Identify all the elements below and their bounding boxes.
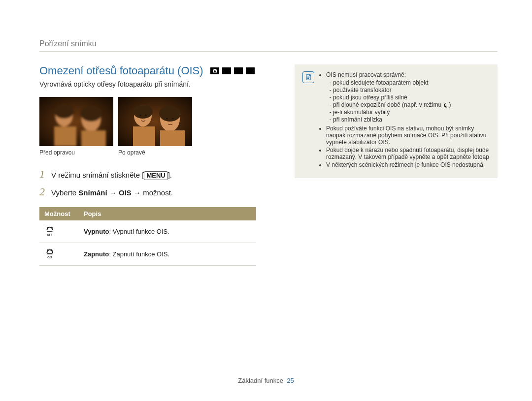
camera-icon (210, 67, 219, 74)
svg-point-13 (159, 106, 181, 122)
note-item: Pokud požíváte funkci OIS na stativu, mo… (326, 125, 490, 146)
svg-rect-20 (47, 253, 53, 254)
svg-point-15 (145, 115, 147, 116)
note-item: OIS nemusí pracovat správně: (326, 71, 406, 78)
photo-before (39, 97, 113, 146)
svg-point-17 (172, 118, 174, 120)
svg-point-16 (166, 118, 168, 120)
svg-rect-4 (81, 130, 106, 146)
note-item: V některých scénických režimech je funkc… (326, 161, 490, 168)
note-sub-item: používáte transfokátor (333, 87, 490, 93)
note-icon (302, 71, 314, 83)
svg-rect-10 (133, 126, 155, 146)
table-row: OIS Zapnuto: Zapnutí funkce OIS. (39, 243, 256, 266)
mode-icon (222, 67, 231, 74)
comparison-photos (39, 97, 256, 146)
night-mode-icon (443, 102, 449, 108)
step-2-text: Vyberte Snímání → OIS → možnost. (51, 188, 173, 197)
step-number: 2 (39, 185, 45, 198)
breadcrumb: Pořízení snímku (39, 39, 498, 52)
ois-off-icon: OFF (44, 225, 55, 236)
th-option: Možnost (39, 207, 79, 220)
mode-icon (246, 67, 255, 74)
note-sub-item: pokud sledujete fotoaparátem objekt (333, 79, 490, 86)
caption-after: Po opravě (118, 149, 192, 156)
svg-point-12 (133, 105, 153, 119)
section-heading: Omezení otřesů fotoaparátu (OIS) (39, 64, 203, 77)
note-box: OIS nemusí pracovat správně: pokud sledu… (295, 64, 498, 178)
option-off-desc: Vypnuto: Vypnutí funkce OIS. (79, 220, 256, 243)
intro-text: Vyrovnává opticky otřesy fotoaparátu při… (39, 80, 256, 88)
svg-rect-3 (54, 126, 76, 146)
svg-point-5 (54, 105, 74, 119)
step-1-text: V režimu snímání stiskněte [MENU]. (51, 171, 172, 180)
svg-point-6 (80, 106, 102, 122)
svg-point-14 (140, 115, 141, 116)
svg-rect-11 (160, 130, 185, 146)
table-row: OFF Vypnuto: Vypnutí funkce OIS. (39, 220, 256, 243)
svg-rect-18 (47, 231, 53, 232)
step-number: 1 (39, 168, 45, 181)
note-item: Pokud dojde k nárazu nebo spadnutí fotoa… (326, 147, 490, 160)
note-sub-item: je-li akumulátor vybitý (333, 109, 490, 116)
menu-button-chip: MENU (144, 171, 167, 180)
page-footer: Základní funkce 25 (0, 377, 532, 384)
svg-text:OFF: OFF (47, 233, 53, 236)
th-description: Popis (79, 207, 256, 220)
note-sub-item: pokud jsou otřesy příliš silné (333, 94, 490, 101)
ois-on-icon: OIS (44, 248, 55, 259)
mode-icons-group (210, 67, 255, 74)
svg-text:OIS: OIS (47, 256, 52, 259)
note-sub-item: při snímání zblízka (333, 116, 490, 123)
option-on-desc: Zapnuto: Zapnutí funkce OIS. (79, 243, 256, 266)
mode-icon (234, 67, 243, 74)
note-sub-item: při dlouhé expoziční době (např. v režim… (333, 101, 490, 108)
options-table: Možnost Popis OFF Vypnuto: Vypnutí funkc… (39, 207, 256, 266)
photo-after (118, 97, 192, 146)
caption-before: Před opravou (39, 149, 113, 156)
